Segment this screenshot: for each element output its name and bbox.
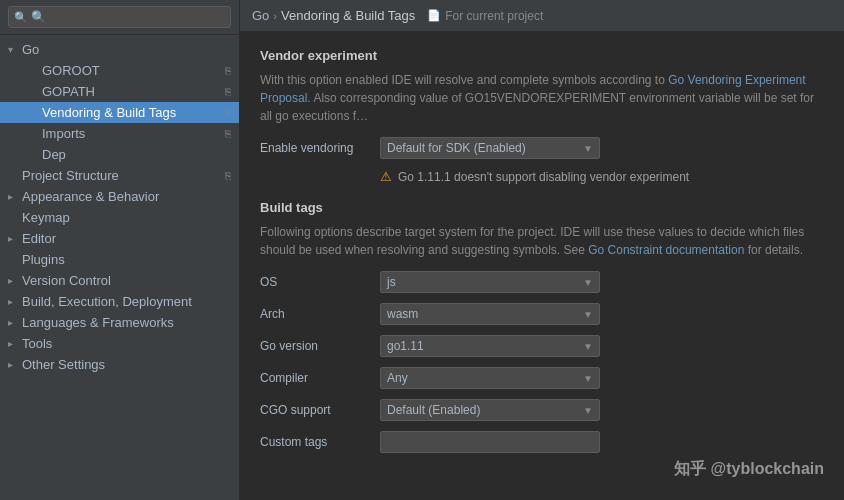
sidebar-item-label: Project Structure: [22, 168, 119, 183]
select-os[interactable]: js▼: [380, 271, 600, 293]
field-control-cgo-support: Default (Enabled)▼: [380, 399, 600, 421]
select-value-cgo-support: Default (Enabled): [387, 403, 480, 417]
expand-arrow: [8, 191, 18, 202]
sidebar-item-build-execution[interactable]: Build, Execution, Deployment: [0, 291, 239, 312]
constraint-link[interactable]: Go Constraint documentation: [588, 243, 744, 257]
field-row-go-version: Go versiongo1.11▼: [260, 335, 824, 357]
sidebar-item-plugins[interactable]: Plugins: [0, 249, 239, 270]
section-divider: Build tags Following options describe ta…: [260, 200, 824, 259]
sidebar-item-label: Editor: [22, 231, 56, 246]
sidebar-item-badge: ⎘: [225, 170, 231, 181]
dropdown-arrow-icon: ▼: [583, 341, 593, 352]
sidebar-item-label: Other Settings: [22, 357, 105, 372]
sidebar-item-label: Tools: [22, 336, 52, 351]
sidebar-item-goroot[interactable]: GOROOT⎘: [0, 60, 239, 81]
sidebar-item-tools[interactable]: Tools: [0, 333, 239, 354]
watermark: 知乎 @tyblockchain: [674, 459, 824, 480]
expand-arrow: [8, 233, 18, 244]
sidebar-item-languages[interactable]: Languages & Frameworks: [0, 312, 239, 333]
vendor-desc-text2: . Also corresponding value of GO15VENDOR…: [260, 91, 814, 123]
expand-arrow: [8, 359, 18, 370]
breadcrumb-separator: ›: [273, 10, 277, 22]
expand-arrow: [8, 275, 18, 286]
sidebar-item-other-settings[interactable]: Other Settings: [0, 354, 239, 375]
field-row-custom-tags: Custom tags: [260, 431, 824, 453]
field-control-compiler: Any▼: [380, 367, 600, 389]
sidebar-item-label: Plugins: [22, 252, 65, 267]
build-tags-title: Build tags: [260, 200, 824, 215]
warning-row: ⚠ Go 1.11.1 doesn't support disabling ve…: [380, 169, 824, 184]
build-desc-text2: for details.: [744, 243, 803, 257]
select-go-version[interactable]: go1.11▼: [380, 335, 600, 357]
sidebar-item-appearance[interactable]: Appearance & Behavior: [0, 186, 239, 207]
breadcrumb: Go › Vendoring & Build Tags 📄 For curren…: [240, 0, 844, 32]
sidebar-search-area: 🔍: [0, 0, 239, 35]
dropdown-arrow-icon: ▼: [583, 143, 593, 154]
breadcrumb-scope: 📄 For current project: [427, 9, 543, 23]
field-row-os: OSjs▼: [260, 271, 824, 293]
warning-icon: ⚠: [380, 169, 392, 184]
sidebar-item-label: Imports: [42, 126, 85, 141]
sidebar-item-go[interactable]: Go: [0, 39, 239, 60]
sidebar-item-editor[interactable]: Editor: [0, 228, 239, 249]
vendor-experiment-title: Vendor experiment: [260, 48, 824, 63]
select-arch[interactable]: wasm▼: [380, 303, 600, 325]
sidebar-item-vendoring[interactable]: Vendoring & Build Tags⎘: [0, 102, 239, 123]
sidebar-search-input[interactable]: [8, 6, 231, 28]
field-label-arch: Arch: [260, 307, 380, 321]
dropdown-arrow-icon: ▼: [583, 277, 593, 288]
sidebar-item-version-control[interactable]: Version Control: [0, 270, 239, 291]
sidebar-item-project-structure[interactable]: Project Structure⎘: [0, 165, 239, 186]
sidebar: 🔍 GoGOROOT⎘GOPATH⎘Vendoring & Build Tags…: [0, 0, 240, 500]
sidebar-item-keymap[interactable]: Keymap: [0, 207, 239, 228]
vendor-desc-text1: With this option enabled IDE will resolv…: [260, 73, 668, 87]
select-cgo-support[interactable]: Default (Enabled)▼: [380, 399, 600, 421]
field-row-compiler: CompilerAny▼: [260, 367, 824, 389]
enable-vendoring-row: Enable vendoring Default for SDK (Enable…: [260, 137, 824, 159]
sidebar-item-dep[interactable]: Dep: [0, 144, 239, 165]
sidebar-item-badge: ⎘: [225, 86, 231, 97]
breadcrumb-current: Vendoring & Build Tags: [281, 8, 415, 23]
enable-vendoring-select[interactable]: Default for SDK (Enabled) ▼: [380, 137, 600, 159]
sidebar-item-label: GOPATH: [42, 84, 95, 99]
breadcrumb-root[interactable]: Go: [252, 8, 269, 23]
sidebar-item-badge: ⎘: [225, 107, 231, 118]
field-label-custom-tags: Custom tags: [260, 435, 380, 449]
select-value-os: js: [387, 275, 396, 289]
field-label-cgo-support: CGO support: [260, 403, 380, 417]
field-label-os: OS: [260, 275, 380, 289]
expand-arrow: [8, 44, 18, 55]
enable-vendoring-value: Default for SDK (Enabled): [387, 141, 526, 155]
enable-vendoring-label: Enable vendoring: [260, 141, 380, 155]
vendor-experiment-description: With this option enabled IDE will resolv…: [260, 71, 820, 125]
sidebar-item-label: Build, Execution, Deployment: [22, 294, 192, 309]
dropdown-arrow-icon: ▼: [583, 373, 593, 384]
select-compiler[interactable]: Any▼: [380, 367, 600, 389]
field-control-os: js▼: [380, 271, 600, 293]
field-control-arch: wasm▼: [380, 303, 600, 325]
sidebar-item-imports[interactable]: Imports⎘: [0, 123, 239, 144]
build-tags-fields: OSjs▼Archwasm▼Go versiongo1.11▼CompilerA…: [260, 271, 824, 453]
dropdown-arrow-icon: ▼: [583, 405, 593, 416]
app-container: 🔍 GoGOROOT⎘GOPATH⎘Vendoring & Build Tags…: [0, 0, 844, 500]
field-row-arch: Archwasm▼: [260, 303, 824, 325]
field-label-go-version: Go version: [260, 339, 380, 353]
dropdown-arrow-icon: ▼: [583, 309, 593, 320]
sidebar-item-label: Version Control: [22, 273, 111, 288]
scope-text: For current project: [445, 9, 543, 23]
sidebar-item-gopath[interactable]: GOPATH⎘: [0, 81, 239, 102]
search-icon: 🔍: [14, 11, 28, 24]
field-label-compiler: Compiler: [260, 371, 380, 385]
sidebar-item-label: Vendoring & Build Tags: [42, 105, 176, 120]
expand-arrow: [8, 338, 18, 349]
input-custom-tags[interactable]: [380, 431, 600, 453]
expand-arrow: [8, 296, 18, 307]
select-value-go-version: go1.11: [387, 339, 424, 353]
sidebar-item-badge: ⎘: [225, 128, 231, 139]
enable-vendoring-control: Default for SDK (Enabled) ▼: [380, 137, 600, 159]
field-control-go-version: go1.11▼: [380, 335, 600, 357]
sidebar-item-badge: ⎘: [225, 65, 231, 76]
select-value-arch: wasm: [387, 307, 418, 321]
build-tags-description: Following options describe target system…: [260, 223, 820, 259]
field-control-custom-tags: [380, 431, 600, 453]
